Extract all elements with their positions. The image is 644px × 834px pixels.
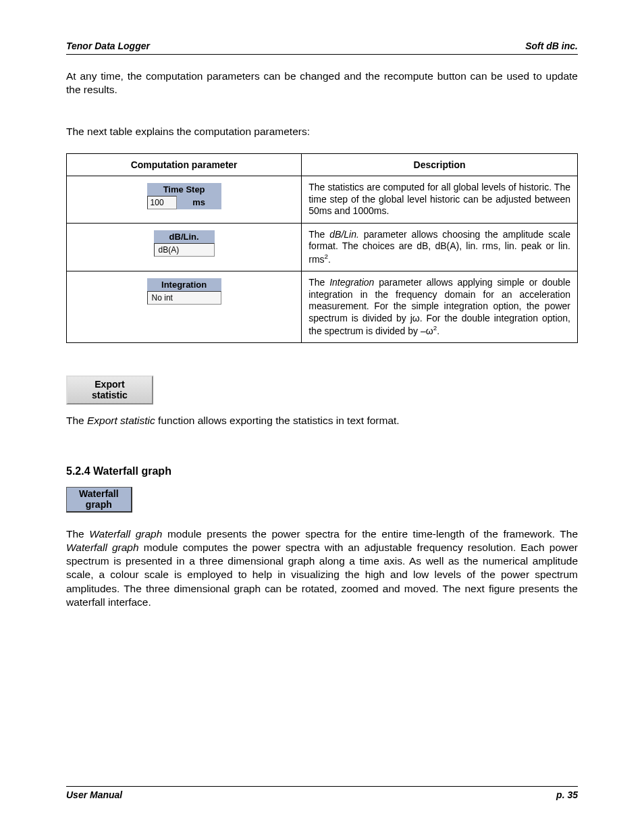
waterfall-button-line2: graph bbox=[86, 499, 112, 510]
waterfall-graph-button[interactable]: Waterfall graph bbox=[66, 487, 132, 513]
header-rule bbox=[66, 54, 578, 55]
integration-label: Integration bbox=[147, 278, 221, 291]
integration-select[interactable]: No int bbox=[147, 291, 221, 305]
footer-left: User Manual bbox=[66, 789, 122, 800]
db-lin-widget: dB/Lin. dB(A) bbox=[154, 230, 215, 257]
time-step-input[interactable]: 100 bbox=[147, 196, 177, 209]
header-left: Tenor Data Logger bbox=[66, 41, 150, 51]
waterfall-paragraph: The Waterfall graph module presents the … bbox=[66, 527, 578, 609]
footer-right: p. 35 bbox=[556, 789, 578, 800]
intro-paragraph-1: At any time, the computation parameters … bbox=[66, 70, 578, 97]
export-statistic-button[interactable]: Export statistic bbox=[66, 375, 153, 405]
waterfall-button-line1: Waterfall bbox=[79, 488, 119, 499]
db-lin-description: The dB/Lin. parameter allows choosing th… bbox=[302, 223, 578, 271]
table-row: dB/Lin. dB(A) The dB/Lin. parameter allo… bbox=[67, 223, 578, 271]
db-lin-select[interactable]: dB(A) bbox=[154, 243, 215, 257]
integration-widget: Integration No int bbox=[147, 278, 221, 305]
db-lin-label: dB/Lin. bbox=[154, 230, 215, 243]
page-footer: User Manual p. 35 bbox=[66, 786, 578, 800]
time-step-label: Time Step bbox=[147, 183, 221, 196]
table-head-parameter: Computation parameter bbox=[67, 154, 302, 176]
table-row: Time Step 100 ms The statistics are comp… bbox=[67, 176, 578, 224]
header-right: Soft dB inc. bbox=[525, 41, 578, 51]
computation-parameters-table: Computation parameter Description Time S… bbox=[66, 153, 578, 343]
integration-description: The Integration parameter allows applyin… bbox=[302, 271, 578, 343]
time-step-unit: ms bbox=[177, 196, 221, 209]
export-button-line2: statistic bbox=[92, 390, 128, 400]
export-paragraph: The Export statistic function allows exp… bbox=[66, 414, 578, 427]
time-step-description: The statistics are computed for all glob… bbox=[302, 176, 578, 224]
time-step-widget: Time Step 100 ms bbox=[147, 183, 221, 209]
table-row: Integration No int The Integration param… bbox=[67, 271, 578, 343]
table-head-description: Description bbox=[302, 154, 578, 176]
intro-paragraph-2: The next table explains the computation … bbox=[66, 125, 578, 138]
page-header: Tenor Data Logger Soft dB inc. bbox=[66, 41, 578, 54]
export-button-line1: Export bbox=[95, 379, 124, 390]
section-heading-waterfall: 5.2.4 Waterfall graph bbox=[66, 465, 578, 477]
